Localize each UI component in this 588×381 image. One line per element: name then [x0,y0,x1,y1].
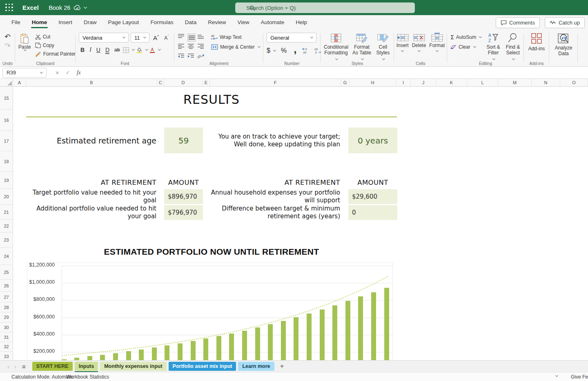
sheet-tab-start-here[interactable]: START HERE [32,362,73,371]
paste-button[interactable]: Paste [18,34,31,51]
enter-button[interactable]: ✓ [66,69,70,76]
addins-button[interactable]: Add-ins [528,33,545,52]
years-difference-value[interactable]: 0 years [348,128,397,153]
bold-button[interactable]: B [79,46,86,54]
undo-button[interactable]: ↶ [4,33,11,41]
column-header-E[interactable]: E [203,79,210,86]
double-underline-button[interactable]: D [104,46,111,54]
row-header-19[interactable]: 19 [0,172,13,189]
column-header-A[interactable]: A [13,79,26,86]
clear-button[interactable]: Clear [450,44,481,50]
table-row-value[interactable]: $29,600 [348,189,397,204]
delete-cells-button[interactable]: Delete [412,33,426,52]
row-header-33[interactable]: 33 [0,352,13,360]
row-header-31[interactable]: 31 [0,332,13,342]
column-header-K[interactable]: K [436,79,467,86]
align-middle-button[interactable] [187,34,196,42]
cut-button[interactable]: Cut [35,34,76,40]
insert-function-button[interactable]: fx [77,69,81,76]
column-header-L[interactable]: L [467,79,498,86]
column-header-C[interactable]: C [157,79,164,86]
column-header-G[interactable]: G [341,79,350,86]
conditional-formatting-button[interactable]: Conditional Formatting [324,33,348,61]
text-orientation-button[interactable]: ab [197,53,205,61]
sort-filter-button[interactable]: A Z Sort & Filter [486,33,501,61]
row-header-22[interactable]: 22 [0,220,13,233]
column-header-M[interactable]: M [498,79,532,86]
cancel-button[interactable]: × [56,69,59,76]
row-header-20[interactable]: 20 [0,189,13,205]
row-header-25[interactable]: 25 [0,265,13,280]
table-row-value[interactable]: $796,970 [164,205,203,220]
row-header-28[interactable]: 28 [0,303,13,312]
tab-scroll-left-button[interactable]: ‹ [5,363,12,370]
table-row-value[interactable]: $896,970 [164,189,203,204]
increase-decimal-button[interactable]: 0 .00 [302,47,310,54]
workbook-statistics-button[interactable]: Workbook Statistics [66,374,109,380]
column-header-F[interactable]: F [210,79,341,86]
calculation-mode-status[interactable]: Calculation Mode: Automatic [11,374,74,380]
find-select-button[interactable]: Find & Select [505,33,521,61]
align-center-button[interactable] [187,43,196,52]
row-header-15[interactable]: 15 [0,87,13,110]
formula-input[interactable] [87,68,585,78]
sheet-tab-inputs[interactable]: Inputs [75,362,98,371]
row-header-21[interactable]: 21 [0,205,13,220]
increase-font-size-button[interactable]: A^ [151,34,160,42]
wrap-text-button[interactable]: ab c Wrap Text [211,34,260,40]
row-header-27[interactable]: 27 [0,292,13,303]
catch-up-button[interactable]: Catch up [545,17,585,28]
align-right-button[interactable] [197,43,205,52]
ribbon-tab-view[interactable]: View [232,16,255,29]
column-header-H[interactable]: H [350,79,396,86]
give-feedback-button[interactable]: Give Feedback [571,374,588,380]
ribbon-tab-help[interactable]: Help [290,16,313,29]
ribbon-tab-review[interactable]: Review [202,16,232,29]
column-header-I[interactable]: I [396,79,411,86]
align-top-button[interactable] [178,34,186,42]
row-header-23[interactable]: 23 [0,233,13,248]
document-title[interactable]: Book 26 [49,4,87,11]
copy-button[interactable]: Copy [35,43,76,48]
add-sheet-button[interactable]: + [276,362,288,370]
ribbon-tab-home[interactable]: Home [26,16,53,29]
redo-button[interactable]: ↷ [4,42,11,50]
sheet-tab-monthly-expenses-input[interactable]: Monthly expenses input [100,362,166,371]
ribbon-tab-data[interactable]: Data [179,16,203,29]
format-painter-button[interactable]: Format Painter [35,51,76,57]
name-box[interactable]: R39 [2,68,47,78]
insert-cells-button[interactable]: Insert [396,33,409,52]
portfolio-chart[interactable]: $200,000$400,000$600,000$800,000$1,000,0… [27,262,393,360]
column-header-N[interactable]: N [532,79,560,86]
column-header-B[interactable]: B [26,79,157,86]
row-header-16[interactable]: 16 [0,110,13,131]
row-header-32[interactable]: 32 [0,342,13,352]
ribbon-tab-formulas[interactable]: Formulas [145,16,179,29]
select-all-button[interactable] [0,79,13,86]
table-row-value[interactable]: 0 [348,205,397,220]
sheet-list-menu-button[interactable]: ≡ [19,363,29,370]
row-header-17[interactable]: 17 [0,131,13,151]
increase-indent-button[interactable] [187,53,196,61]
row-header-24[interactable]: 24 [0,248,13,265]
ribbon-tab-automate[interactable]: Automate [255,16,290,29]
font-family-select[interactable]: Verdana [79,33,129,43]
format-cells-button[interactable]: Format [429,33,445,52]
font-color-button[interactable]: A [149,47,160,53]
accounting-format-button[interactable]: $ [267,47,276,54]
comments-button[interactable]: Comments [496,17,540,28]
column-header-D[interactable]: D [164,79,203,86]
cell-styles-button[interactable]: Cell Styles [375,33,391,61]
sheet-tab-portfolio-asset-mix-input[interactable]: Portfolio asset mix input [169,362,236,371]
column-header-J[interactable]: J [411,79,436,86]
ribbon-tab-draw[interactable]: Draw [78,16,102,29]
chevron-down-icon[interactable] [555,374,558,377]
percent-style-button[interactable]: % [279,46,288,55]
row-header-29[interactable]: 29 [0,312,13,323]
ribbon-tab-insert[interactable]: Insert [53,16,78,29]
decrease-font-size-button[interactable]: Aˇ [163,34,170,42]
estimated-age-value[interactable]: 59 [164,128,203,153]
search-input[interactable] [246,5,401,11]
sheet-tab-learn-more[interactable]: Learn more [238,362,274,371]
strikethrough-button[interactable]: ab [113,46,121,54]
